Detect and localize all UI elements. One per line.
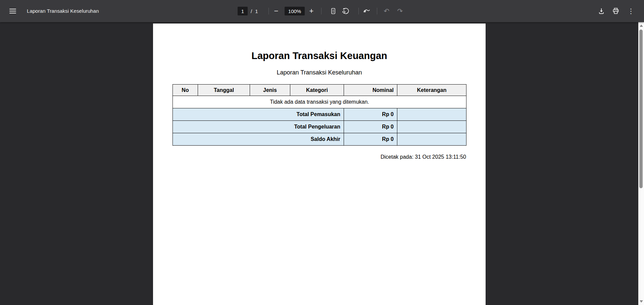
zoom-out-button[interactable]: −: [271, 6, 282, 16]
page-total-label: 1: [255, 8, 258, 14]
scroll-down-icon: [640, 300, 643, 303]
zoom-level-display[interactable]: 100%: [285, 7, 305, 15]
page-number-input[interactable]: [238, 7, 248, 15]
table-header-row: No Tanggal Jenis Kategori Nominal Ketera…: [173, 85, 466, 96]
page-navigation: / 1: [238, 0, 258, 22]
scrollbar-thumb[interactable]: [639, 30, 643, 188]
annotate-button[interactable]: [361, 6, 372, 16]
fit-to-page-icon: [330, 8, 337, 14]
hamburger-icon: [9, 9, 16, 9]
summary-label: Total Pemasukan: [173, 108, 344, 121]
more-options-button[interactable]: ⋮: [626, 6, 636, 16]
col-header-keterangan: Keterangan: [397, 85, 466, 96]
undo-icon: ↶: [384, 8, 390, 14]
summary-empty-cell: [397, 133, 466, 146]
summary-empty-cell: [397, 108, 466, 121]
document-title-label: Laporan Transaksi Keseluruhan: [27, 0, 99, 22]
vertical-scrollbar[interactable]: [638, 22, 644, 305]
summary-label: Total Pengeluaran: [173, 121, 344, 133]
col-header-tanggal: Tanggal: [198, 85, 250, 96]
report-subtitle: Laporan Transaksi Keseluruhan: [153, 69, 486, 76]
col-header-kategori: Kategori: [290, 85, 344, 96]
empty-message: Tidak ada data transaksi yang ditemukan.: [173, 96, 466, 108]
download-icon: [598, 7, 605, 15]
document-canvas: Laporan Transaksi Keuangan Laporan Trans…: [0, 22, 644, 305]
report-table-wrapper: No Tanggal Jenis Kategori Nominal Ketera…: [172, 84, 466, 146]
printed-timestamp: Dicetak pada: 31 Oct 2025 13:11:50: [172, 154, 466, 160]
pdf-viewer: Laporan Transaksi Keseluruhan / 1 − 100%…: [0, 0, 644, 305]
col-header-nominal: Nominal: [344, 85, 397, 96]
scroll-up-button[interactable]: [638, 23, 644, 29]
toolbar-divider: [321, 8, 321, 14]
report-title: Laporan Transaksi Keuangan: [153, 50, 486, 61]
summary-value: Rp 0: [344, 121, 397, 133]
zoom-in-button[interactable]: +: [306, 6, 317, 16]
kebab-menu-icon: ⋮: [628, 8, 634, 14]
toolbar: Laporan Transaksi Keseluruhan / 1 − 100%…: [0, 0, 644, 22]
fit-to-page-button[interactable]: [328, 6, 339, 16]
empty-data-row: Tidak ada data transaksi yang ditemukan.: [173, 96, 466, 108]
toolbar-divider: [358, 8, 359, 14]
summary-value: Rp 0: [344, 108, 397, 121]
total-pengeluaran-row: Total Pengeluaran Rp 0: [173, 121, 466, 133]
minus-icon: −: [274, 7, 279, 15]
menu-button[interactable]: [7, 6, 18, 16]
redo-icon: ↷: [397, 8, 403, 14]
print-icon: [612, 7, 620, 15]
redo-button[interactable]: ↷: [395, 6, 405, 16]
download-button[interactable]: [596, 6, 607, 16]
scroll-down-button[interactable]: [638, 299, 644, 304]
scroll-up-icon: [640, 24, 643, 27]
toolbar-divider: [268, 8, 269, 14]
col-header-jenis: Jenis: [250, 85, 290, 96]
toolbar-divider: [377, 8, 377, 14]
plus-icon: +: [309, 7, 314, 15]
rotate-icon: [342, 7, 349, 15]
page-separator: /: [251, 8, 252, 14]
pen-squiggle-icon: [363, 7, 371, 15]
pdf-page: Laporan Transaksi Keuangan Laporan Trans…: [153, 23, 486, 305]
undo-button[interactable]: ↶: [381, 6, 392, 16]
total-pemasukan-row: Total Pemasukan Rp 0: [173, 108, 466, 121]
summary-empty-cell: [397, 121, 466, 133]
col-header-no: No: [173, 85, 198, 96]
transactions-table: No Tanggal Jenis Kategori Nominal Ketera…: [172, 84, 466, 146]
saldo-akhir-row: Saldo Akhir Rp 0: [173, 133, 466, 146]
print-button[interactable]: [610, 6, 621, 16]
rotate-button[interactable]: [340, 6, 351, 16]
summary-label: Saldo Akhir: [173, 133, 344, 146]
summary-value: Rp 0: [344, 133, 397, 146]
